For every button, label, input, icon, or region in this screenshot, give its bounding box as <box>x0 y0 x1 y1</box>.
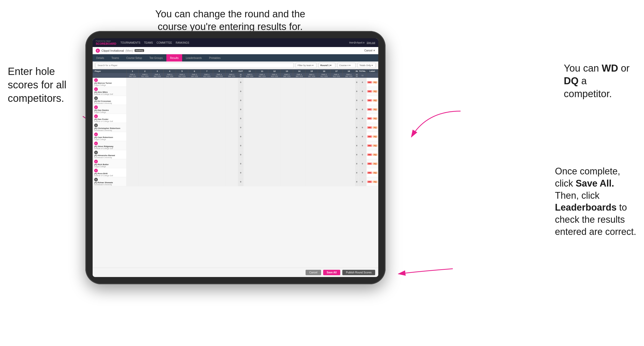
score-cell-hole-8[interactable] <box>213 78 225 87</box>
hole-input[interactable] <box>244 153 255 156</box>
score-cell-hole-9[interactable] <box>225 132 238 141</box>
score-cell-hole-14[interactable] <box>293 78 306 87</box>
hole-input[interactable] <box>319 99 330 102</box>
hole-input[interactable] <box>306 81 317 83</box>
wd-button[interactable]: WD <box>367 163 372 165</box>
hole-input[interactable] <box>214 153 225 156</box>
score-cell-hole-10[interactable] <box>243 78 256 87</box>
hole-input[interactable] <box>152 144 163 147</box>
hole-input[interactable] <box>343 181 354 183</box>
score-cell-hole-2[interactable] <box>139 177 151 186</box>
hole-input[interactable] <box>201 144 212 147</box>
score-cell-hole-3[interactable] <box>151 114 164 123</box>
hole-input[interactable] <box>139 172 150 174</box>
score-cell-hole-18[interactable] <box>343 177 355 186</box>
score-cell-hole-13[interactable] <box>281 150 293 159</box>
score-cell-hole-18[interactable] <box>343 159 355 168</box>
score-cell-hole-8[interactable] <box>213 96 225 105</box>
score-cell-hole-9[interactable] <box>225 159 238 168</box>
wd-button[interactable]: WD <box>367 153 372 156</box>
hole-input[interactable] <box>294 126 305 129</box>
score-cell-hole-14[interactable] <box>293 159 306 168</box>
score-cell-hole-11[interactable] <box>256 87 268 96</box>
score-cell-hole-4[interactable] <box>164 123 176 132</box>
hole-input[interactable] <box>214 108 225 111</box>
score-cell-hole-10[interactable] <box>243 168 256 177</box>
hole-input[interactable] <box>164 81 175 83</box>
hole-input[interactable] <box>164 117 175 120</box>
score-cell-hole-8[interactable] <box>213 123 225 132</box>
hole-input[interactable] <box>256 117 268 120</box>
score-cell-hole-14[interactable] <box>293 87 306 96</box>
hole-input[interactable] <box>269 99 280 102</box>
hole-input[interactable] <box>201 181 212 183</box>
hole-input[interactable] <box>214 144 225 147</box>
score-cell-hole-11[interactable] <box>256 159 268 168</box>
hole-input[interactable] <box>244 90 255 93</box>
dq-button[interactable]: DQ <box>373 135 377 138</box>
score-cell-hole-1[interactable] <box>126 123 139 132</box>
score-cell-hole-16[interactable] <box>318 141 330 150</box>
score-cell-hole-9[interactable] <box>225 96 238 105</box>
hole-input[interactable] <box>294 172 305 174</box>
score-cell-hole-2[interactable] <box>139 114 151 123</box>
score-cell-hole-12[interactable] <box>268 87 281 96</box>
hole-input[interactable] <box>331 117 342 120</box>
wd-button[interactable]: WD <box>367 172 372 174</box>
hole-input[interactable] <box>343 163 354 165</box>
hole-input[interactable] <box>281 81 292 83</box>
hole-input[interactable] <box>214 181 225 183</box>
score-cell-hole-18[interactable] <box>343 168 355 177</box>
hole-input[interactable] <box>201 135 212 138</box>
score-cell-hole-9[interactable] <box>225 177 238 186</box>
score-cell-hole-11[interactable] <box>256 132 268 141</box>
score-cell-hole-15[interactable] <box>306 132 318 141</box>
hole-input[interactable] <box>319 81 330 83</box>
hole-input[interactable] <box>164 181 175 183</box>
score-cell-hole-1[interactable] <box>126 96 139 105</box>
hole-input[interactable] <box>244 99 255 102</box>
dq-button[interactable]: DQ <box>373 163 377 165</box>
hole-input[interactable] <box>176 135 188 138</box>
hole-input[interactable] <box>331 163 342 165</box>
score-cell-hole-14[interactable] <box>293 96 306 105</box>
score-cell-hole-3[interactable] <box>151 105 164 114</box>
hole-input[interactable] <box>256 81 268 83</box>
hole-input[interactable] <box>152 90 163 93</box>
score-cell-hole-15[interactable] <box>306 159 318 168</box>
score-cell-hole-9[interactable] <box>225 123 238 132</box>
hole-input[interactable] <box>226 99 237 102</box>
score-cell-hole-2[interactable] <box>139 141 151 150</box>
hole-input[interactable] <box>214 163 225 165</box>
hole-input[interactable] <box>164 153 175 156</box>
score-cell-hole-18[interactable] <box>343 141 355 150</box>
score-cell-hole-8[interactable] <box>213 159 225 168</box>
score-cell-hole-18[interactable] <box>343 87 355 96</box>
hole-input[interactable] <box>189 181 200 183</box>
score-cell-hole-7[interactable] <box>201 159 213 168</box>
score-cell-hole-9[interactable] <box>225 114 238 123</box>
save-all-button[interactable]: Save All <box>323 270 340 275</box>
score-cell-hole-2[interactable] <box>139 123 151 132</box>
score-cell-hole-2[interactable] <box>139 159 151 168</box>
score-cell-hole-2[interactable] <box>139 96 151 105</box>
hole-input[interactable] <box>189 172 200 174</box>
hole-input[interactable] <box>319 181 330 183</box>
score-cell-hole-16[interactable] <box>318 150 330 159</box>
hole-input[interactable] <box>139 81 150 83</box>
tab-printables[interactable]: Printables <box>205 54 224 61</box>
score-cell-hole-6[interactable] <box>188 177 201 186</box>
hole-input[interactable] <box>176 81 188 83</box>
hole-input[interactable] <box>152 81 163 83</box>
hole-input[interactable] <box>306 117 317 120</box>
score-cell-hole-9[interactable] <box>225 87 238 96</box>
hole-input[interactable] <box>306 99 317 102</box>
hole-input[interactable] <box>269 81 280 83</box>
hole-input[interactable] <box>139 153 150 156</box>
hole-input[interactable] <box>127 90 138 93</box>
score-cell-hole-10[interactable] <box>243 114 256 123</box>
hole-input[interactable] <box>139 117 150 120</box>
dq-button[interactable]: DQ <box>373 99 377 102</box>
score-cell-hole-13[interactable] <box>281 105 293 114</box>
hole-input[interactable] <box>201 172 212 174</box>
